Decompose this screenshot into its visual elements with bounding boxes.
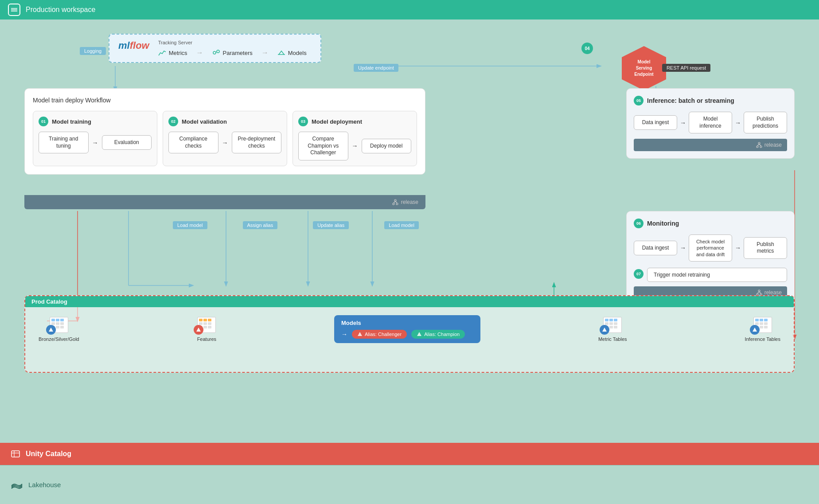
svg-line-27 (757, 144, 759, 146)
svg-point-20 (393, 203, 394, 205)
svg-line-33 (759, 292, 761, 293)
step-evaluation: Evaluation (102, 135, 152, 150)
main-canvas: mlflow Tracking Server Metrics → Paramet… (0, 20, 819, 504)
inference-title: Inference: batch or streaming (647, 97, 734, 104)
workflow-title: Model train deploy Workflow (33, 97, 417, 104)
step-deploy: Deploy model (362, 139, 412, 154)
monitoring-steps: Data ingest → Check model performance an… (634, 234, 787, 262)
load-model-1-label: Load model (173, 221, 207, 229)
workflow-section-02: 02 Model validation Compliance checks → … (163, 111, 287, 166)
page-title: Production workspace (26, 6, 95, 14)
section-badge-01: 01 (39, 117, 48, 126)
catalog-metric-tables: Metric Tables (598, 317, 627, 342)
mlflow-models: Models (277, 49, 307, 56)
app-icon (8, 4, 20, 16)
alias-arrow: → (341, 331, 347, 338)
catalog-features-label: Features (197, 336, 216, 342)
tracking-server-label: Tracking Server (158, 40, 312, 45)
arrow-02: → (222, 139, 228, 146)
monitoring-badge: 06 (634, 219, 644, 228)
lakehouse-label: Lakehouse (28, 481, 61, 488)
svg-point-24 (758, 142, 760, 144)
section-badge-02: 02 (168, 117, 178, 126)
workflow-action-labels: Load model Assign alias Update alias Loa… (173, 221, 419, 229)
svg-point-25 (757, 146, 758, 148)
monitoring-release-label: release (764, 289, 782, 296)
step-training: Training and tuning (39, 132, 89, 153)
section-header-01: 01 Model training (39, 117, 152, 126)
mlflow-metrics: Metrics (158, 49, 187, 56)
inference-arrow-1: → (680, 119, 686, 126)
inference-header: 05 Inference: batch or streaming (634, 96, 787, 105)
section-header-02: 02 Model validation (168, 117, 281, 126)
arrow-01: → (92, 139, 98, 146)
svg-line-28 (759, 144, 761, 146)
workflow-sections: 01 Model training Training and tuning → … (33, 111, 417, 166)
unity-catalog-label: Unity Catalog (26, 450, 71, 458)
section-title-01: Model training (52, 118, 91, 125)
workflow-box: Model train deploy Workflow 01 Model tra… (24, 88, 425, 175)
models-catalog-title: Models (341, 320, 473, 326)
arrow-03: → (352, 142, 358, 149)
svg-point-15 (213, 51, 216, 54)
lakehouse-icon (11, 480, 23, 490)
inference-steps: Data ingest → Model inference → Publish … (634, 112, 787, 133)
svg-line-22 (394, 201, 395, 203)
section-badge-03: 03 (298, 117, 308, 126)
inference-badge: 05 (634, 96, 644, 105)
step-predeployment: Pre-deployment checks (232, 132, 282, 153)
trigger-badge: 07 (634, 269, 644, 279)
svg-point-29 (758, 290, 760, 292)
monitoring-check-model: Check model performance and data drift (689, 234, 732, 262)
section-steps-01: Training and tuning → Evaluation (39, 132, 152, 153)
section-title-03: Model deployment (312, 118, 362, 125)
catalog-metric-label: Metric Tables (598, 336, 627, 342)
section-header-03: 03 Model deployment (298, 117, 411, 126)
unity-catalog-bar: Unity Catalog (0, 443, 819, 465)
trigger-box: Trigger model retraining (647, 268, 787, 282)
bsg-icon-wrapper (50, 317, 68, 333)
inference-box: 05 Inference: batch or streaming Data in… (626, 88, 795, 159)
prod-catalog-box: Prod Catalog (24, 295, 795, 373)
inference-model-inference: Model inference (689, 112, 732, 133)
catalog-inference-tables: Inference Tables (745, 317, 780, 342)
prod-catalog-content: Bronze/Silver/Gold (25, 307, 794, 351)
inference-publish: Publish predictions (744, 112, 787, 133)
section-steps-03: Compare Champion vs Challenger → Deploy … (298, 132, 411, 160)
mlflow-tracking-box: mlflow Tracking Server Metrics → Paramet… (109, 34, 321, 63)
logging-label: Logging (80, 47, 106, 55)
model-serving-text: ModelServingEndpoint (634, 59, 653, 78)
inference-release-bar: release (634, 139, 787, 151)
update-alias-label: Update alias (313, 221, 349, 229)
inference-tables-circle-icon (750, 325, 760, 335)
monitoring-box: 06 Monitoring Data ingest → Check model … (626, 211, 795, 306)
workflow-release-bar: release (24, 195, 425, 209)
monitoring-data-ingest: Data ingest (634, 241, 677, 256)
mlflow-logo: mlflow (118, 40, 149, 51)
load-model-2-label: Load model (384, 221, 419, 229)
features-icon-wrapper (197, 317, 216, 333)
catalog-inference-label: Inference Tables (745, 336, 780, 342)
svg-line-32 (757, 292, 759, 293)
metric-tables-icon-wrapper (603, 317, 622, 333)
catalog-bsg-label: Bronze/Silver/Gold (39, 336, 79, 342)
inference-arrow-2: → (735, 119, 741, 126)
monitoring-publish: Publish metrics (744, 237, 787, 259)
monitoring-header: 06 Monitoring (634, 219, 787, 228)
mlflow-items: Metrics → Parameters → Models (158, 49, 312, 57)
monitoring-git-icon (756, 289, 762, 296)
svg-rect-34 (12, 451, 20, 457)
step-compliance: Compliance checks (168, 132, 218, 153)
workflow-release-label: release (401, 199, 418, 205)
inference-data-ingest: Data ingest (634, 115, 677, 130)
inference-tables-icon-wrapper (753, 317, 772, 333)
assign-alias-label: Assign alias (243, 221, 278, 229)
monitoring-arrow-2: → (735, 244, 741, 251)
monitoring-arrow-1: → (680, 244, 686, 251)
svg-point-26 (760, 146, 762, 148)
bsg-circle-icon (46, 325, 56, 335)
workflow-section-01: 01 Model training Training and tuning → … (33, 111, 157, 166)
svg-line-17 (216, 52, 217, 52)
models-catalog-box: Models → Alias: Challenger Alias: Champi… (334, 315, 480, 343)
inference-git-icon (756, 142, 762, 148)
